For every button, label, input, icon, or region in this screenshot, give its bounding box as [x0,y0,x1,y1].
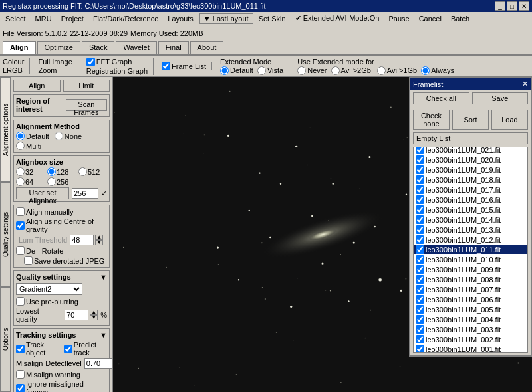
check-all-button[interactable]: Check all [413,92,469,104]
menu-set-skin[interactable]: Set Skin [255,14,290,23]
framelist-item[interactable]: leo300bin1LUM_010.fit [414,254,527,264]
framelist-item[interactable]: leo300bin1LUM_001.fit [414,344,527,353]
sidebar-tab-options[interactable]: Options [0,287,11,392]
check-none-button[interactable]: Check none [413,110,450,130]
lowest-quality-input[interactable] [65,310,88,320]
tab-optimize[interactable]: Optimize [37,41,80,54]
framelist-item-checkbox[interactable] [416,155,424,164]
framelist-item-checkbox[interactable] [416,325,424,334]
framelist-item[interactable]: leo300bin1LUM_011.fit [414,245,527,254]
tab-about[interactable]: About [190,41,224,54]
framelist-item[interactable]: leo300bin1LUM_015.fit [414,205,527,215]
sidebar-tab-alignment[interactable]: Alignment options [0,77,11,182]
use-ext-avi1gb-radio[interactable] [377,66,386,75]
framelist-item[interactable]: leo300bin1LUM_019.fit [414,165,527,175]
framelist-item[interactable]: leo300bin1LUM_009.fit [414,264,527,274]
quality-collapse-icon[interactable]: ▼ [100,273,107,281]
menu-last-layout[interactable]: ▼ LastLayout [199,13,253,24]
abox-256-radio[interactable] [47,177,56,186]
framelist-item[interactable]: leo300bin1LUM_008.fit [414,274,527,284]
framelist-item[interactable]: leo300bin1LUM_020.fit [414,155,527,165]
menu-project[interactable]: Project [57,14,88,23]
tab-align[interactable]: Align [3,41,36,54]
abox-128-radio[interactable] [47,167,56,176]
framelist-item[interactable]: leo300bin1LUM_007.fit [414,284,527,294]
abox-32-radio[interactable] [16,167,25,176]
abox-64-radio[interactable] [16,177,25,186]
framelist-item-checkbox[interactable] [416,295,424,304]
menu-pause[interactable]: Pause [384,14,413,23]
ignore-misaligned-checkbox[interactable] [16,384,25,393]
framelist-item-checkbox[interactable] [416,195,424,204]
framelist-item[interactable]: leo300bin1LUM_021.fit [414,147,527,155]
framelist-item[interactable]: leo300bin1LUM_018.fit [414,175,527,185]
framelist-item[interactable]: leo300bin1LUM_004.fit [414,314,527,324]
tab-stack[interactable]: Stack [82,41,115,54]
sidebar-tab-quality[interactable]: Quality settings [0,182,11,287]
predict-track-checkbox[interactable] [64,345,72,353]
framelist-item-checkbox[interactable] [416,185,424,194]
abox-512-radio[interactable] [78,167,87,176]
menu-cancel[interactable]: Cancel [415,14,446,23]
tab-wavelet[interactable]: Wavelet [116,41,156,54]
gradient-select[interactable]: Gradient2 [16,283,82,295]
framelist-item-checkbox[interactable] [416,205,424,214]
framelist-item-checkbox[interactable] [416,225,424,234]
method-multi-radio[interactable] [16,142,25,150]
scan-frames-button[interactable]: Scan Frames [66,99,107,111]
framelist-item-checkbox[interactable] [416,235,424,244]
de-rotate-checkbox[interactable] [16,246,25,255]
framelist-item[interactable]: leo300bin1LUM_013.fit [414,225,527,235]
menu-mru[interactable]: MRU [31,14,56,23]
framelist-close-button[interactable]: ✕ [522,80,528,88]
detect-level-input[interactable] [84,358,112,369]
save-button[interactable]: Save [472,92,529,104]
empty-list-button[interactable]: Empty List [413,132,528,144]
framelist-item[interactable]: leo300bin1LUM_002.fit [414,334,527,344]
framelist-item[interactable]: leo300bin1LUM_005.fit [414,304,527,314]
save-derotated-checkbox[interactable] [24,256,33,265]
align-centre-checkbox[interactable] [16,221,25,230]
framelist-item-checkbox[interactable] [416,335,424,343]
menu-batch[interactable]: Batch [447,14,473,23]
align-button[interactable]: Align [13,80,61,92]
framelist-item[interactable]: leo300bin1LUM_014.fit [414,215,527,225]
framelist-item-checkbox[interactable] [416,245,424,254]
menu-extended-avi[interactable]: ✔ Extended AVI-Mode:On [291,13,384,23]
framelist-item-checkbox[interactable] [416,175,424,184]
misalign-warning-checkbox[interactable] [16,370,25,379]
framelist-item[interactable]: leo300bin1LUM_012.fit [414,235,527,245]
track-object-checkbox[interactable] [16,345,25,353]
method-none-radio[interactable] [55,132,63,140]
framelist-item[interactable]: leo300bin1LUM_016.fit [414,195,527,205]
framelist-item-checkbox[interactable] [416,275,424,284]
lum-threshold-down[interactable]: ▼ [95,240,103,245]
framelist-item[interactable]: leo300bin1LUM_006.fit [414,294,527,304]
align-manually-checkbox[interactable] [16,207,25,216]
framelist-item-checkbox[interactable] [416,285,424,294]
framelist-item-checkbox[interactable] [416,315,424,324]
load-button[interactable]: Load [491,110,528,130]
framelist-item[interactable]: leo300bin1LUM_017.fit [414,185,527,195]
tab-final[interactable]: Final [158,41,189,54]
framelist-item-checkbox[interactable] [416,215,424,224]
lowest-quality-down[interactable]: ▼ [90,315,98,320]
use-ext-never-radio[interactable] [297,66,306,75]
use-preblur-checkbox[interactable] [16,297,25,306]
sort-button[interactable]: Sort [452,110,489,130]
use-ext-always-radio[interactable] [421,66,430,75]
framelist-item-checkbox[interactable] [416,147,424,154]
frame-list-checkbox[interactable] [162,62,170,70]
full-image-label[interactable]: Full Image [38,58,72,66]
extended-mode-vista-radio[interactable] [257,66,266,75]
framelist-item-checkbox[interactable] [416,305,424,314]
framelist-item[interactable]: leo300bin1LUM_003.fit [414,324,527,334]
user-set-alignbox-button[interactable]: User set Alignbox [16,187,69,199]
close-button[interactable]: ✕ [519,1,529,11]
framelist-item-checkbox[interactable] [416,265,424,274]
limit-button[interactable]: Limit [63,80,110,92]
method-default-radio[interactable] [16,132,25,140]
alignbox-value-input[interactable] [72,188,98,199]
framelist-item-checkbox[interactable] [416,255,424,264]
framelist-item-checkbox[interactable] [416,165,424,174]
